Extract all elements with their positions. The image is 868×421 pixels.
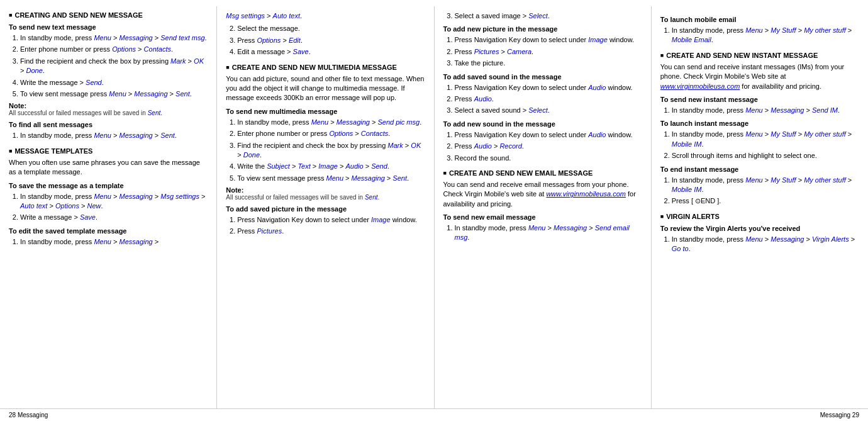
list-item: Press Navigation Key down to select unde… xyxy=(455,35,642,45)
send-email-steps: In standby mode, press Menu > Messaging … xyxy=(455,223,642,243)
list-item: In standby mode, press Menu > Messaging … xyxy=(672,106,859,115)
list-item: In standby mode, press Menu > Messaging … xyxy=(20,237,208,247)
section-creating-send-new-message: CREATING AND SEND NEW MESSAGE To send ne… xyxy=(9,11,208,141)
column-3: Select a saved image > Select. To add ne… xyxy=(435,6,652,415)
section-multimedia-message: CREATE AND SEND NEW MULTIMEDIA MESSAGE Y… xyxy=(226,64,425,237)
list-item: To view sent message press Menu > Messag… xyxy=(20,89,208,99)
instant-desc: You can send and receive instant message… xyxy=(660,62,859,91)
list-item: Press Pictures. xyxy=(237,227,425,236)
multimedia-desc: You can add picture, sound and other fil… xyxy=(226,74,425,103)
section-instant-message: CREATE AND SEND NEW INSTANT MESSAGE You … xyxy=(660,52,859,206)
add-saved-sound-steps: Press Navigation Key down to select unde… xyxy=(455,83,642,116)
subsection-title-launch-mobile-email: To launch mobile email xyxy=(660,16,859,23)
list-item: Edit a message > Save. xyxy=(237,47,425,57)
list-item: Write the message > Send. xyxy=(20,78,208,87)
section-title-email: CREATE AND SEND NEW EMAIL MESSAGE xyxy=(443,169,642,177)
section-title-templates: MESSAGE TEMPLATES xyxy=(9,147,208,155)
list-item: Press Audio. xyxy=(455,94,642,104)
list-item: Write a message > Save. xyxy=(20,213,208,222)
launch-instant-steps: In standby mode, press Menu > My Stuff >… xyxy=(672,130,859,160)
subsection-title-send-text: To send new text message xyxy=(9,23,208,31)
list-item: In standby mode, press Menu > Messaging … xyxy=(455,223,642,243)
page-footer: 28 Messaging Messaging 29 xyxy=(0,408,868,421)
list-item: Enter phone number or press Options > Co… xyxy=(237,129,425,138)
add-new-sound-steps: Press Navigation Key down to select unde… xyxy=(455,130,642,163)
list-item: Press Navigation Key down to select unde… xyxy=(455,83,642,93)
subsection-title-save-template: To save the message as a template xyxy=(9,182,208,189)
section-message-templates: MESSAGE TEMPLATES When you often use sam… xyxy=(9,147,208,247)
note-label: Note: xyxy=(9,102,208,109)
subsection-title-review-alerts: To review the Virgin Alerts you've recei… xyxy=(660,225,859,232)
list-item: Write the Subject > Text > Image > Audio… xyxy=(237,162,425,171)
list-item: In standby mode, press Menu > Messaging … xyxy=(237,118,425,127)
note-label-2: Note: xyxy=(226,186,425,194)
column-4: To launch mobile email In standby mode, … xyxy=(652,6,868,415)
section-virgin-alerts: VIRGIN ALERTS To review the Virgin Alert… xyxy=(660,213,859,254)
send-multimedia-steps: In standby mode, press Menu > Messaging … xyxy=(237,118,425,183)
list-item: To view sent message press Menu > Messag… xyxy=(237,174,425,183)
list-item: Scroll through items and highlight to se… xyxy=(672,151,859,160)
column-2: Msg settings > Auto text. Select the mes… xyxy=(217,6,434,415)
list-item: In standby mode, press Menu > My Stuff >… xyxy=(672,130,859,149)
list-item: In standby mode, press Menu > Messaging … xyxy=(20,192,208,211)
subsection-title-add-saved-sound: To add saved sound in the message xyxy=(443,73,642,81)
list-item: In standby mode, press Menu > Messaging … xyxy=(20,131,208,140)
subsection-title-add-new-sound: To add new sound in the message xyxy=(443,120,642,128)
section-title-creating: CREATING AND SEND NEW MESSAGE xyxy=(9,11,208,19)
save-template-steps: In standby mode, press Menu > Messaging … xyxy=(20,192,208,223)
list-item: Press Navigation Key down to select unde… xyxy=(237,215,425,225)
column-1: CREATING AND SEND NEW MESSAGE To send ne… xyxy=(0,6,217,415)
edit-template-continued: Select the message. Press Options > Edit… xyxy=(237,24,425,57)
list-item: In standby mode, press Menu > Messaging … xyxy=(20,33,208,43)
footer-left: 28 Messaging xyxy=(9,412,48,418)
list-item: In standby mode, press Menu > My Stuff >… xyxy=(672,176,859,195)
list-item: Press Audio > Record. xyxy=(455,142,642,151)
find-sent-steps: In standby mode, press Menu > Messaging … xyxy=(20,131,208,140)
section-title-virgin-alerts: VIRGIN ALERTS xyxy=(660,213,859,220)
note-text-2: All successful or failed messages will b… xyxy=(226,194,425,201)
section-col2-continuation: Msg settings > Auto text. Select the mes… xyxy=(226,11,425,57)
section-launch-mobile-email: To launch mobile email In standby mode, … xyxy=(660,16,859,45)
list-item: Find the recipient and check the box by … xyxy=(20,57,208,76)
edit-template-steps: In standby mode, press Menu > Messaging … xyxy=(20,237,208,247)
section-title-instant: CREATE AND SEND NEW INSTANT MESSAGE xyxy=(660,52,859,59)
list-item: Take the picture. xyxy=(455,59,642,68)
subsection-title-end-instant: To end instant message xyxy=(660,166,859,173)
list-item: Record the sound. xyxy=(455,154,642,163)
list-item: Press [ ⊙END ]. xyxy=(672,196,859,206)
subsection-title-send-multimedia: To send new multimedia message xyxy=(226,108,425,115)
subsection-title-add-new-picture: To add new picture in the message xyxy=(443,25,642,33)
footer-right: Messaging 29 xyxy=(820,412,859,418)
subsection-title-send-instant: To send new instant message xyxy=(660,96,859,103)
list-item: In standby mode, press Menu > Messaging … xyxy=(672,235,859,254)
add-picture-continued: Select a saved image > Select. xyxy=(455,11,642,21)
email-desc: You can send and receive email messages … xyxy=(443,180,642,209)
add-new-picture-steps: Press Navigation Key down to select unde… xyxy=(455,35,642,68)
list-item: Select a saved sound > Select. xyxy=(455,106,642,115)
list-item: Press Options > Edit. xyxy=(237,36,425,45)
send-text-steps: In standby mode, press Menu > Messaging … xyxy=(20,33,208,99)
note-text: All successful or failed messages will b… xyxy=(9,109,208,116)
send-instant-steps: In standby mode, press Menu > Messaging … xyxy=(672,106,859,115)
add-saved-picture-steps: Press Navigation Key down to select unde… xyxy=(237,215,425,237)
section-col3-continuation: Select a saved image > Select. To add ne… xyxy=(443,11,642,163)
continuation-text: Msg settings > Auto text. xyxy=(226,11,425,21)
list-item: Enter phone number or press Options > Co… xyxy=(20,45,208,54)
list-item: Press Pictures > Camera. xyxy=(455,47,642,57)
subsection-title-launch-instant: To launch instant message xyxy=(660,120,859,127)
subsection-title-send-email: To send new email message xyxy=(443,213,642,221)
list-item: In standby mode, press Menu > My Stuff >… xyxy=(672,26,859,45)
subsection-title-find-sent: To find all sent messages xyxy=(9,121,208,128)
list-item: Select the message. xyxy=(237,24,425,33)
launch-mobile-email-steps: In standby mode, press Menu > My Stuff >… xyxy=(672,26,859,45)
list-item: Select a saved image > Select. xyxy=(455,11,642,21)
review-alerts-steps: In standby mode, press Menu > Messaging … xyxy=(672,235,859,254)
templates-desc: When you often use same phrases you can … xyxy=(9,158,208,177)
subsection-title-edit-template: To edit the saved template message xyxy=(9,227,208,235)
list-item: Find the recipient and check the box by … xyxy=(237,141,425,160)
end-instant-steps: In standby mode, press Menu > My Stuff >… xyxy=(672,176,859,206)
section-email-message: CREATE AND SEND NEW EMAIL MESSAGE You ca… xyxy=(443,169,642,243)
subsection-title-add-saved-picture: To add saved picture in the message xyxy=(226,205,425,213)
section-title-multimedia: CREATE AND SEND NEW MULTIMEDIA MESSAGE xyxy=(226,64,425,71)
list-item: Press Navigation Key down to select unde… xyxy=(455,130,642,140)
